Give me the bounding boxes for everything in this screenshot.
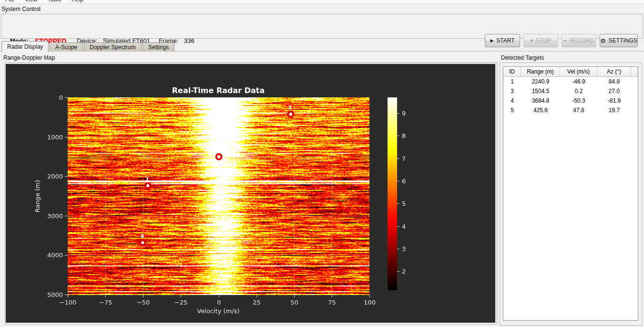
cell-range: 425.6 [521,107,560,114]
detected-targets-table[interactable]: IDRange (m)Vel (m/s)Az (°) 12240.9-46.98… [503,66,638,321]
tab-bar: Radar DisplayA-ScopeDoppler SpectrumSett… [0,41,644,52]
table-row[interactable]: 12240.9-46.984.8 [503,77,638,86]
cell-az: 19.7 [597,107,631,114]
targets-table-body: 12240.9-46.984.831504.50.227.043684.8-50… [503,77,638,115]
cell-id: 4 [503,97,521,104]
tab-a-scope[interactable]: A-Scope [50,42,83,52]
table-row[interactable]: 31504.50.227.0 [503,86,638,96]
plot-title: Real-Time Radar Data [75,86,361,95]
menu-item-tools[interactable]: Tools [42,0,66,4]
cell-id: 3 [503,88,521,95]
table-row[interactable]: 43684.8-50.3-81.9 [503,96,638,105]
cell-vel: 47.8 [560,107,597,114]
cell-id: 1 [503,78,521,85]
cell-az: -81.9 [597,97,631,104]
column-header-range-m-[interactable]: Range (m) [521,67,560,77]
targets-table-header: IDRange (m)Vel (m/s)Az (°) [503,67,638,77]
radar-application-window: FileViewToolsHelp System Control Mode: S… [0,0,644,327]
cell-id: 5 [503,107,521,114]
cell-az: 27.0 [597,88,631,95]
plot-x-axis-label: Velocity (m/s) [171,307,266,315]
cell-vel: -46.9 [560,78,597,85]
detected-targets-group-title: Detected Targets [501,54,544,61]
cell-range: 3684.8 [521,97,560,104]
system-control-group: Mode: STOPPED Device: Simulated FT601 Fr… [1,14,643,39]
menu-bar: FileViewToolsHelp [0,0,644,4]
column-header-vel-m-s-[interactable]: Vel (m/s) [560,67,597,77]
tab-radar-display[interactable]: Radar Display [1,41,49,52]
table-row[interactable]: 5425.647.819.7 [503,105,638,115]
tab-doppler-spectrum[interactable]: Doppler Spectrum [84,42,142,52]
system-control-group-title: System Control [1,6,41,12]
menu-item-view[interactable]: View [20,0,42,4]
cell-vel: 0.2 [560,88,597,95]
cell-range: 1504.5 [521,88,560,95]
menu-item-file[interactable]: File [0,0,20,4]
column-header-az-[interactable]: Az (°) [597,67,631,77]
column-header-filler [631,67,638,77]
menu-bar-items: FileViewToolsHelp [0,0,644,4]
cell-az: 84.8 [597,78,631,85]
range-doppler-heatmap [6,64,495,323]
plot-y-axis-label: Range (m) [34,167,41,225]
cell-vel: -50.3 [560,97,597,104]
menu-item-help[interactable]: Help [66,0,89,4]
tab-settings[interactable]: Settings [143,42,174,52]
cell-range: 2240.9 [521,78,560,85]
range-doppler-map-title: Range-Doppler Map [3,54,55,61]
column-header-id[interactable]: ID [503,67,521,77]
